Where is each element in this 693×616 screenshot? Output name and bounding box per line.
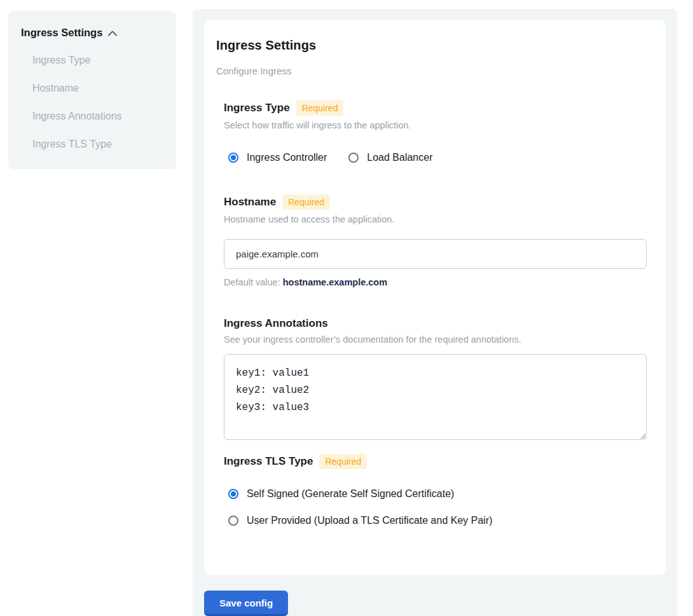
- ingress-type-radio-group: Ingress Controller Load Balancer: [228, 152, 647, 163]
- annotations-textarea[interactable]: key1: value1 key2: value2 key3: value3: [224, 354, 647, 440]
- ingress-settings-card: Ingress Settings Configure Ingress Ingre…: [204, 20, 666, 575]
- sidebar-section-title: Ingress Settings: [21, 27, 102, 39]
- tls-type-heading: Ingress TLS Type Required: [224, 454, 647, 469]
- annotations-heading: Ingress Annotations: [224, 317, 647, 330]
- hostname-heading: Hostname Required: [224, 195, 647, 210]
- radio-icon[interactable]: [228, 516, 238, 526]
- annotations-label: Ingress Annotations: [224, 317, 328, 330]
- section-ingress-type: Ingress Type Required Select how traffic…: [224, 100, 647, 163]
- hostname-label: Hostname: [224, 196, 276, 209]
- required-badge: Required: [319, 454, 367, 469]
- hostname-input[interactable]: [224, 239, 647, 269]
- chevron-up-icon: [108, 29, 117, 36]
- required-badge: Required: [296, 100, 344, 116]
- save-config-button[interactable]: Save config: [204, 591, 288, 616]
- radio-label: Load Balancer: [367, 152, 432, 163]
- hostname-default-value: Default value: hostname.example.com: [224, 277, 647, 287]
- default-value-text: hostname.example.com: [283, 277, 387, 287]
- section-ingress-tls-type: Ingress TLS Type Required Self Signed (G…: [224, 454, 647, 526]
- ingress-type-description: Select how traffic will ingress to the a…: [224, 120, 647, 130]
- ingress-type-label: Ingress Type: [224, 102, 290, 114]
- settings-main-panel: Ingress Settings Configure Ingress Ingre…: [193, 9, 677, 616]
- radio-option-load-balancer[interactable]: Load Balancer: [348, 152, 432, 163]
- sidebar-item-list: Ingress Type Hostname Ingress Annotation…: [21, 55, 163, 150]
- hostname-description: Hostname used to access the application.: [224, 214, 647, 224]
- section-ingress-annotations: Ingress Annotations See your ingress con…: [224, 317, 647, 440]
- radio-label: Self Signed (Generate Self Signed Certif…: [247, 488, 454, 500]
- page-title: Ingress Settings: [216, 38, 647, 53]
- sidebar-section-toggle[interactable]: Ingress Settings: [21, 27, 163, 39]
- default-value-label: Default value:: [224, 277, 280, 287]
- tls-type-radio-group: Self Signed (Generate Self Signed Certif…: [228, 488, 647, 526]
- sidebar-item-ingress-annotations[interactable]: Ingress Annotations: [32, 111, 163, 122]
- sidebar-item-ingress-type[interactable]: Ingress Type: [32, 55, 163, 66]
- sidebar-item-ingress-tls-type[interactable]: Ingress TLS Type: [32, 139, 163, 150]
- tls-type-label: Ingress TLS Type: [224, 455, 313, 468]
- required-badge: Required: [282, 195, 330, 210]
- section-hostname: Hostname Required Hostname used to acces…: [224, 195, 647, 287]
- settings-sidebar: Ingress Settings Ingress Type Hostname I…: [8, 11, 176, 169]
- radio-icon[interactable]: [348, 153, 359, 163]
- sidebar-item-hostname[interactable]: Hostname: [32, 83, 163, 94]
- radio-option-user-provided[interactable]: User Provided (Upload a TLS Certificate …: [228, 515, 647, 526]
- ingress-type-heading: Ingress Type Required: [224, 100, 647, 116]
- radio-option-self-signed[interactable]: Self Signed (Generate Self Signed Certif…: [228, 488, 647, 500]
- radio-icon[interactable]: [228, 489, 238, 499]
- radio-label: Ingress Controller: [247, 152, 327, 163]
- annotations-description: See your ingress controller’s documentat…: [224, 334, 647, 345]
- page-subtitle: Configure Ingress: [216, 65, 647, 76]
- radio-label: User Provided (Upload a TLS Certificate …: [247, 515, 493, 526]
- radio-option-ingress-controller[interactable]: Ingress Controller: [228, 152, 327, 163]
- radio-icon[interactable]: [228, 153, 238, 163]
